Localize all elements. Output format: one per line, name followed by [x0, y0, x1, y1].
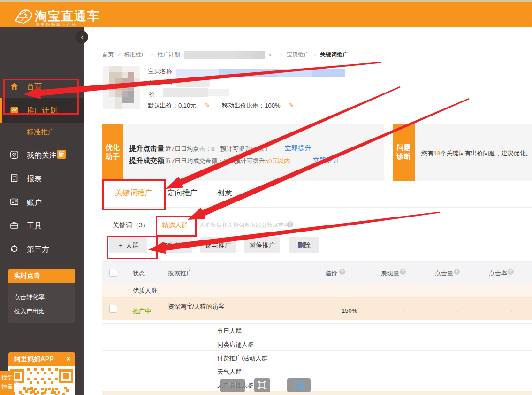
group-name: 节日人群 [217, 327, 242, 335]
tab-creative[interactable]: 创意 [217, 188, 232, 198]
edit-ratio-icon[interactable]: ✎ [289, 101, 294, 109]
sidebar-item-label: 第三方 [27, 245, 49, 255]
clicks-value: - [456, 307, 458, 314]
sidebar-item-reports[interactable]: 报表 [0, 168, 84, 189]
breadcrumb-standard[interactable]: 标准推广 [124, 51, 147, 58]
mobile-ratio-value: 100% [265, 102, 280, 109]
snip-icon [287, 378, 311, 392]
thirdparty-icon [10, 245, 18, 253]
col-clicks[interactable]: 点击量 [435, 269, 453, 278]
optimize-row2-action-link[interactable]: 立即提升 [313, 156, 339, 165]
breadcrumb-plan-label[interactable]: 推广计划： [157, 51, 185, 58]
col-impressions[interactable]: 展现量 [381, 269, 399, 278]
breadcrumb-baobei[interactable]: 宝贝推广 [287, 51, 309, 58]
edit-premium-button[interactable]: 修改溢价 [156, 237, 192, 253]
capture-fullscreen-button[interactable] [254, 378, 270, 392]
censored-price [208, 89, 229, 96]
app-header: 淘宝直通车 阿里妈妈旗下产品 [0, 2, 532, 27]
sidebar-item-standard-promo[interactable]: 标准推广 [0, 121, 84, 143]
col-premium[interactable]: 溢价 [325, 269, 337, 278]
audience-name[interactable]: 资深淘宝/天猫的访客 [168, 302, 225, 311]
breadcrumb-separator-icon: › [151, 51, 153, 58]
close-icon[interactable]: × [67, 355, 70, 363]
goods-finder-tag[interactable]: 找货 神器 [0, 371, 14, 395]
breadcrumb-tail: › 宝贝推广 › 关键词推广 [281, 51, 351, 59]
edit-bid-icon[interactable]: ✎ [205, 101, 210, 109]
col-status[interactable]: 状态 [133, 269, 145, 278]
taobao-zhitongche-app: 淘宝直通车 阿里妈妈旗下产品 首页 推广计划 标准推广 我的关注 新 报表 [0, 0, 532, 395]
report-icon [10, 174, 18, 182]
help-icon[interactable]: ? [508, 269, 514, 275]
chevron-down-icon[interactable]: ∨ [268, 52, 272, 58]
sidebar-item-account[interactable]: 账户 [0, 191, 84, 213]
alimama-app-panel: 阿里妈妈APP × [8, 352, 75, 395]
audience-data-row: 推广中 资深淘宝/天猫的访客 150% - - - [102, 297, 532, 320]
breadcrumb-home[interactable]: 首页 [102, 51, 114, 58]
optimize-row2-desc: 近7日日均成交金额：0.00元 [165, 157, 242, 165]
goods-finder-line2: 神器 [0, 382, 14, 391]
group-row[interactable]: 付费推广/活动人群 [102, 350, 532, 364]
default-bid-label: 默认出价： [148, 102, 178, 109]
default-bid-value: 0.10元 [178, 102, 196, 109]
censored-product-name [277, 69, 312, 77]
help-icon[interactable]: ? [339, 269, 345, 275]
group-row[interactable]: 人口属性人群 [102, 378, 532, 392]
row-checkbox[interactable] [109, 305, 117, 313]
capture-snip-button[interactable] [287, 378, 311, 392]
help-icon[interactable]: ? [287, 221, 293, 227]
sidebar-item-thirdparty[interactable]: 第三方 [0, 238, 84, 260]
breadcrumb-separator-icon: › [314, 51, 316, 58]
tab-divider [102, 207, 532, 208]
subtab-hint: 人群数据和关键词数据部分数据重合 [199, 221, 289, 229]
col-ctr[interactable]: 点击率 [489, 269, 507, 278]
breadcrumb-keyword-current: 关键词推广 [320, 51, 348, 58]
col-search-promo[interactable]: 搜索推广 [168, 269, 192, 278]
optimize-row1-desc: 近7日日均点击：0 [165, 145, 214, 153]
censored-plan-name [184, 51, 265, 59]
subtab-keywords[interactable]: 关键词（3） [113, 221, 149, 230]
status-badge: 推广中 [133, 307, 151, 316]
table-header-row [102, 262, 532, 283]
group-row[interactable]: 天气人群 [102, 364, 532, 378]
app-panel-title: 阿里妈妈APP [14, 355, 54, 363]
group-row[interactable]: 节日人群 [102, 323, 532, 337]
help-icon[interactable]: ? [400, 269, 406, 275]
account-icon [10, 198, 18, 206]
realtime-click-panel: 实时点击 点击转化率 投入产出比 [8, 269, 75, 323]
product-price-label: 价 [149, 91, 155, 99]
capture-ratio-button[interactable]: 1:1 [220, 379, 245, 392]
optimize-row1-predict: 预计可提升50以上 [220, 145, 270, 153]
censored-price [163, 88, 208, 97]
group-row[interactable]: 同类店铺人群 [102, 337, 532, 351]
annotation-box-keyword-tab [102, 179, 166, 210]
join-promo-button[interactable]: 参与推广 [200, 237, 236, 253]
delete-button[interactable]: 删除 [289, 237, 319, 253]
tab-targeted-promo[interactable]: 定向推广 [167, 188, 198, 198]
group-name: 付费推广/活动人群 [217, 354, 268, 363]
pause-promo-button[interactable]: 暂停推广 [244, 237, 280, 253]
annotation-box-add-button [107, 236, 158, 259]
sidebar-item-label: 报表 [27, 174, 42, 184]
collapse-glyph: ‹ [81, 33, 84, 40]
annotation-box-audience-subtab [156, 216, 197, 237]
train-logo-icon [14, 8, 33, 25]
optimize-tab-line2: 助手 [102, 152, 123, 161]
optimize-assistant-tab: 优化 助手 [102, 124, 123, 181]
premium-value: 150% [342, 307, 357, 314]
fullscreen-icon [254, 378, 270, 392]
toolbar-divider [102, 261, 532, 262]
sidebar-collapse-button[interactable]: ‹ [76, 31, 88, 43]
sidebar-item-tools[interactable]: 工具 [0, 215, 84, 236]
realtime-item-roi[interactable]: 投入产出比 [14, 307, 69, 316]
realtime-item-ctr[interactable]: 点击转化率 [14, 293, 69, 302]
tools-icon [10, 221, 18, 229]
optimize-row1-action-link[interactable]: 立即提升 [285, 144, 311, 153]
ctr-value: - [510, 307, 512, 314]
mobile-ratio-label: 移动出价比例： [222, 102, 265, 109]
help-icon[interactable]: ? [454, 269, 460, 275]
select-all-checkbox[interactable] [109, 269, 117, 277]
heart-icon [10, 151, 18, 159]
next-group-row-partial [102, 391, 532, 395]
sidebar-item-follows[interactable]: 我的关注 新 [0, 144, 84, 166]
main-content: 首页 › 标准推广 › 推广计划： ∨ › 宝贝推广 › 关键词推广 宝贝名称 … [84, 27, 532, 395]
